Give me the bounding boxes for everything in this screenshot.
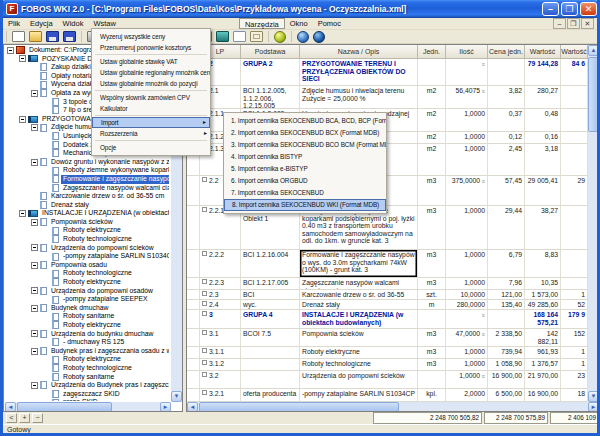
cell-nazwa[interactable]: INSTALACJE I URZĄDZENIA (w obiektach bud… <box>300 310 418 328</box>
cell-podstawa[interactable]: BCI 1.1.2.005, 1.1.2.006, 1.2.15.005 <box>241 86 300 108</box>
cell-outline[interactable] <box>187 371 200 388</box>
tree-item[interactable]: Roboty technologiczne <box>5 364 169 373</box>
cell-podstawa[interactable]: oferta producenta <box>241 389 300 401</box>
menu-item-ustaw-globalnie-regionalny-mno-nik-cen[interactable]: Ustaw globalnie regionalny mnożnik cen <box>92 67 210 78</box>
menu-item-rozszerzenia[interactable]: Rozszerzenia▸ <box>92 128 210 139</box>
cell-ilosc[interactable]: ≡ <box>446 310 488 328</box>
cell-cena[interactable]: 6 500,00 <box>488 389 525 401</box>
row-detail-box-icon[interactable] <box>202 372 207 377</box>
tree-scroll-down-arrow[interactable]: ▼ <box>171 391 182 402</box>
cell-wartosc2[interactable] <box>561 144 588 175</box>
cell-lp[interactable]: 3 <box>200 310 241 328</box>
tree-item[interactable]: Formowanie i zagęszczanie nasypów o wys. <box>5 175 169 184</box>
table-row[interactable]: 2.2.2BCI 1.2.16.004Formowanie i zagęszcz… <box>187 250 589 278</box>
grid-scroll-right-arrow[interactable]: ► <box>588 402 599 412</box>
tree-expander-icon[interactable] <box>31 159 38 166</box>
row-detail-box-icon[interactable] <box>202 301 207 306</box>
cell-cena[interactable] <box>488 310 525 328</box>
grid-horizontal-scrollbar[interactable]: ◄ ► <box>187 402 599 412</box>
cell-cena[interactable]: 2 338,50 <box>488 329 525 346</box>
cell-wartosc[interactable]: 38,27 <box>525 206 561 249</box>
grid-scroll-up-arrow[interactable]: ▲ <box>588 45 599 56</box>
tree-item[interactable]: Roboty elektryczne <box>5 278 169 287</box>
tree-item[interactable]: -pompy zatapialne SARLIN S1034CP <box>5 252 169 261</box>
submenu-item-1[interactable]: 1. Import cennika SEKOCENBUD BCA, BCD, B… <box>224 115 386 127</box>
maximize-button[interactable]: ❐ <box>561 2 578 16</box>
tree-expander-icon[interactable] <box>31 305 38 312</box>
tree-nav-button[interactable]: < <box>6 413 17 423</box>
cell-outline[interactable] <box>187 310 200 328</box>
menu-item-ustaw-globalnie-mno-nik-do-pozycji[interactable]: Ustaw globalnie mnożnik do pozycji <box>92 78 210 89</box>
submenu-item-6[interactable]: 6. Import cennika ORGBUD <box>224 175 386 187</box>
menubar-item-edycja[interactable]: Edycja <box>25 18 58 29</box>
cell-wartosc2[interactable]: 1 <box>561 290 588 299</box>
open-folder-icon[interactable] <box>29 31 42 42</box>
cell-ilosc[interactable]: 10,0000 <box>446 290 488 299</box>
submenu-item-3[interactable]: 3. Import cennika SEKOCENBUD BCO BCM (Fo… <box>224 139 386 151</box>
cell-wartosc[interactable]: 3,18 <box>525 144 561 175</box>
grid-header-Cena jedn.[interactable]: Cena jedn. <box>488 45 525 59</box>
cell-wartosc2[interactable]: 1 <box>561 347 588 358</box>
cell-wartosc2[interactable] <box>561 278 588 289</box>
cell-jedn[interactable] <box>418 59 446 85</box>
menubar-item-pomoc[interactable]: Pomoc <box>313 18 346 29</box>
tree-item[interactable]: Urządzenia do pompowni osadów <box>5 287 169 296</box>
table-row[interactable]: 3.2Urządzenia do pompowni ścieków1,0000≡… <box>187 371 589 389</box>
cell-nazwa[interactable]: -pompy zatapialne SARLIN S1034CP <box>300 389 418 401</box>
tree-horizontal-scrollbar[interactable]: ◄ ► <box>5 402 171 412</box>
table-row[interactable]: 2.4wyc. indywidualnaDrenaż stałym280,000… <box>187 300 589 310</box>
tree-item[interactable]: - dmuchawy RS 125 <box>5 338 169 347</box>
menubar-item-widok[interactable]: Widok <box>58 18 89 29</box>
tree-horizontal-scroll-thumb[interactable] <box>17 402 112 412</box>
cell-wartosc2[interactable]: 152 <box>561 329 588 346</box>
cell-ilosc[interactable]: 1,0000 <box>446 132 488 143</box>
menu-item-przenumeruj-ponownie-kosztorys[interactable]: Przenumeruj ponownie kosztorys <box>92 42 210 53</box>
cell-wartosc[interactable]: 49 285,60 <box>525 300 561 309</box>
menubar-item-okno[interactable]: Okno <box>285 18 313 29</box>
cell-nazwa[interactable]: Drenaż stały <box>300 300 418 309</box>
cell-lp[interactable]: 3.1 <box>200 329 241 346</box>
row-detail-box-icon[interactable] <box>202 311 207 316</box>
row-detail-box-icon[interactable] <box>202 348 207 353</box>
table-row[interactable]: 3.1.1Roboty elektrycznem31,0000739,94961… <box>187 347 589 359</box>
tree-item[interactable]: -pompy zatapialne SEEPEX <box>5 295 169 304</box>
table-row[interactable]: 2.2.3BCI 1.2.17.005Zagęszczanie nasypów … <box>187 278 589 290</box>
cell-cena[interactable]: 135,40 <box>488 300 525 309</box>
grid-header-Jedn.[interactable]: Jedn. <box>418 45 446 59</box>
save-icon[interactable] <box>46 31 59 42</box>
cell-cena[interactable]: 121,00 <box>488 290 525 299</box>
tree-expander-icon[interactable] <box>31 287 38 294</box>
cell-wartosc[interactable]: 16 900,00 <box>525 389 561 401</box>
grid-scroll-left-arrow[interactable]: ◄ <box>187 402 198 412</box>
table-row[interactable]: 3.1BCOI 7.5Pompownia ściekówm347,0000≡2 … <box>187 329 589 347</box>
cell-jedn[interactable] <box>418 310 446 328</box>
cell-jedn[interactable]: m3 <box>418 329 446 346</box>
cell-outline[interactable] <box>187 347 200 358</box>
menu-item-kalkulator[interactable]: Kalkulator <box>92 103 210 114</box>
cell-lp[interactable]: 3.2 <box>200 371 241 388</box>
cell-wartosc[interactable]: 10,35 <box>525 278 561 289</box>
tree-item[interactable]: Urządzenia do pompowni ścieków <box>5 244 169 253</box>
cell-nazwa[interactable]: Pompownia ścieków <box>300 329 418 346</box>
cell-outline[interactable] <box>187 329 200 346</box>
cell-wartosc2[interactable]: 52 <box>561 300 588 309</box>
cell-nazwa[interactable]: Roboty technologiczne <box>300 359 418 370</box>
tree-expander-icon[interactable] <box>31 124 38 131</box>
menubar-item-plik[interactable]: Plik <box>3 18 25 29</box>
tree-item[interactable]: Roboty sanitarne <box>5 312 169 321</box>
tree-expander-icon[interactable] <box>31 382 38 389</box>
tree-item[interactable]: Roboty sanitarne <box>5 373 169 382</box>
menubar-item-narzędzia[interactable]: Narzędzia <box>239 18 285 29</box>
menu-item-wyzeruj-wszystkie-ceny[interactable]: Wyzeruj wszystkie ceny <box>92 31 210 42</box>
cell-podstawa[interactable]: GRUPA 2 <box>241 59 300 85</box>
cell-cena[interactable]: 1 058,90 <box>488 359 525 370</box>
tree-item[interactable]: prasa SKID <box>5 398 169 401</box>
cell-wartosc2[interactable]: 84 6 <box>561 59 588 85</box>
cell-jedn[interactable]: m <box>418 300 446 309</box>
cell-wartosc2[interactable]: 23 <box>561 371 588 388</box>
cell-jedn[interactable]: m3 <box>418 206 446 249</box>
cell-ilosc[interactable]: 2,0000 <box>446 389 488 401</box>
cell-cena[interactable]: 3,82 <box>488 86 525 108</box>
cell-jedn[interactable]: m2 <box>418 109 446 131</box>
cell-lp[interactable]: 3.1.1 <box>200 347 241 358</box>
